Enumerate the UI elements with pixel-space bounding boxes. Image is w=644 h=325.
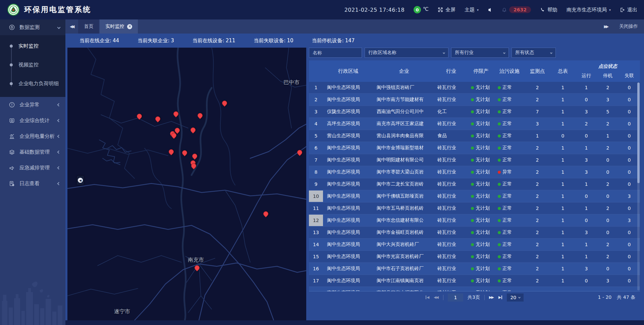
map-pin-icon[interactable] (190, 126, 197, 133)
map-pin-icon[interactable] (221, 100, 228, 107)
page-number-input[interactable]: 1 (448, 293, 463, 302)
table-row[interactable]: 16阆中生态环境局阆中市石子页岩机砖厂砖瓦行业无计划正常21300 (309, 263, 640, 275)
stat-item: 当前停机设备:147 (312, 38, 355, 44)
tab-home[interactable]: 首页 (78, 19, 99, 34)
map-pin-icon[interactable] (172, 110, 179, 117)
cell-region: 阆中生态环境局 (323, 181, 373, 187)
table-row[interactable]: 14阆中生态环境局阆中大兴页岩机砖厂砖瓦行业无计划正常21120 (309, 239, 640, 251)
sidebar-item-3[interactable]: 企业用电量分析 (0, 128, 65, 144)
scroll-tabs-left-button[interactable]: ◀◀ (65, 24, 78, 29)
table-row[interactable]: 2阆中生态环境局阆中市南方节能建材有砖瓦行业无计划正常21030 (309, 94, 640, 106)
table-row[interactable]: 1阆中生态环境局阆中强锐页岩砖厂砖瓦行业无计划正常21120 (309, 82, 640, 94)
close-tab-icon[interactable]: × (127, 24, 132, 29)
map-pin-icon[interactable] (194, 264, 201, 271)
map-panel[interactable]: 巴中市南充市遂宁市 ◀ (67, 48, 306, 320)
cell-lost: 0 (619, 169, 640, 175)
table-row[interactable]: 11阆中生态环境局阆中市五马桥页岩机砖砖瓦行业无计划正常21120 (309, 203, 640, 215)
row-index: 11 (309, 203, 323, 214)
next-page-button[interactable]: ▶▶ (489, 295, 494, 299)
notifications[interactable]: 2632 (502, 6, 531, 13)
map-pin-icon[interactable] (262, 210, 269, 217)
sidebar-subitem-1[interactable]: 视频监控 (0, 55, 65, 74)
sidebar-item-4[interactable]: 基础数据管理 (0, 144, 65, 160)
cell-facility-status: 正常 (494, 97, 525, 103)
first-page-button[interactable]: ◀ (425, 295, 429, 299)
sidebar-subitem-label: 实时监控 (18, 43, 39, 49)
help-button[interactable]: 帮助 (540, 7, 557, 13)
cell-facility-status: 正常 (494, 133, 525, 139)
map-pin-icon[interactable] (136, 113, 143, 120)
industry-select[interactable]: 所有行业 (451, 48, 509, 58)
green-dot-icon (498, 255, 501, 258)
cell-company: 阆中市金博瑞新型墙材 (373, 145, 435, 151)
table-row[interactable]: 13阆中生态环境局阆中市金福旺页岩机砖砖瓦行业无计划正常21300 (309, 227, 640, 239)
prev-page-button[interactable]: ◀◀ (434, 295, 439, 299)
mute-button[interactable] (488, 7, 493, 12)
row-index: 15 (309, 251, 323, 262)
sidebar-section: 基础数据管理 (0, 144, 65, 160)
cell-run: 3 (576, 169, 597, 175)
scroll-tabs-right-button[interactable]: ▶▶ (600, 24, 612, 29)
green-dot-icon (498, 134, 501, 138)
table-row[interactable]: 3仪陇生态环境局西南油气田分公司川中化工无计划正常71350 (309, 106, 640, 118)
status-select[interactable]: 所有状态 (512, 48, 556, 58)
close-operations-button[interactable]: 关闭操作 (619, 23, 638, 30)
cell-stop: 1 (597, 133, 619, 139)
green-dot-icon (498, 147, 501, 150)
cell-facility-status: 正常 (494, 278, 525, 284)
row-index: 7 (309, 154, 323, 166)
cell-plan-status: 无计划 (468, 109, 494, 115)
table-row[interactable]: 15阆中生态环境局阆中市光富页岩机砖厂砖瓦行业无计划正常21120 (309, 251, 640, 263)
sidebar-item-0[interactable]: 数据监测 (0, 19, 65, 35)
map-pin-icon[interactable] (296, 149, 303, 156)
table-row[interactable]: 12阆中生态环境局阆中市忠信建材有限公砖瓦行业无计划正常21003 (309, 215, 640, 227)
company-table: 行政区域企业行业停限产治污设施监测点总表点位状态运行停机失联 1阆中生态环境局阆… (309, 60, 640, 303)
sidebar-subitem-2[interactable]: 企业电力负荷明细 (0, 74, 65, 93)
map-pin-icon[interactable] (181, 149, 188, 156)
region-select[interactable]: 行政区域名称 (365, 48, 448, 58)
map-pin-icon[interactable] (197, 112, 204, 119)
table-row[interactable]: 10阆中生态环境局阆中千佛镇五郎垭页岩砖瓦行业无计划正常21003 (309, 191, 640, 203)
table-row[interactable]: 4高坪生态环境局南充市高坪区王家店建砖瓦行业无计划正常31220 (309, 118, 640, 130)
map-pin-icon[interactable] (168, 148, 175, 155)
theme-dropdown[interactable]: 主题▾ (465, 7, 479, 13)
page-size-select[interactable]: 20 (507, 293, 524, 302)
sidebar-item-2[interactable]: 企业综合统计 (0, 113, 65, 128)
fullscreen-button[interactable]: 全屏 (438, 7, 455, 13)
red-dot-icon (498, 171, 501, 174)
table-row[interactable]: 9阆中生态环境局阆中市二龙长宝页岩砖砖瓦行业无计划正常21120 (309, 178, 640, 191)
sidebar-item-1[interactable]: 企业异常 (0, 97, 65, 113)
name-search-input[interactable] (309, 48, 362, 58)
cell-points: 2 (525, 278, 550, 283)
cell-region: 阆中生态环境局 (323, 229, 373, 235)
tab-realtime-monitor[interactable]: 实时监控 × (100, 19, 138, 34)
stat-value: 211 (226, 38, 235, 44)
cell-company: 阆中市五马桥页岩机砖 (373, 205, 435, 211)
sidebar-item-5[interactable]: 应急减排管理 (0, 160, 65, 176)
sidebar-item-6[interactable]: 日志查看 (0, 176, 65, 192)
table-row[interactable]: 6阆中生态环境局阆中市金博瑞新型墙材砖瓦行业无计划正常21120 (309, 142, 640, 154)
map-collapse-button[interactable]: ◀ (77, 176, 84, 185)
base-data-icon (9, 149, 15, 155)
cell-facility-status: 正常 (494, 266, 525, 272)
collapse-left-icon: ◀ (78, 178, 83, 183)
cell-facility-status: 正常 (494, 181, 525, 187)
table-row[interactable]: 18南部生态环境局南部县砌华水泥有限公建材加工无计划正常50050 (309, 287, 640, 291)
table-row[interactable]: 8阆中生态环境局阆中市枣碧大梁山页岩砖瓦行业无计划异常21300 (309, 166, 640, 178)
logout-button[interactable]: 退出 (620, 7, 637, 13)
cell-lost: 0 (619, 109, 640, 114)
table-row[interactable]: 17阆中生态环境局阆中市江南镇阆南页岩砖瓦行业无计划正常21030 (309, 275, 640, 287)
cell-region: 阆中生态环境局 (323, 169, 373, 175)
table-row[interactable]: 7阆中生态环境局阆中明阳建材有限公司砖瓦行业无计划正常21300 (309, 154, 640, 166)
sidebar-subitem-0[interactable]: 实时监控 (0, 37, 65, 55)
map-pin-icon[interactable] (154, 115, 161, 122)
chevron-down-icon (550, 51, 552, 54)
chevron-left-icon (57, 166, 61, 170)
map-pin-icon[interactable] (191, 153, 198, 160)
org-dropdown[interactable]: 南充市生态环境局▾ (567, 7, 611, 13)
cell-stop: 5 (597, 109, 619, 114)
sidebar-item-label: 基础数据管理 (19, 149, 50, 155)
last-page-button[interactable]: ▶ (498, 295, 502, 299)
table-scrollbar[interactable] (637, 83, 640, 290)
table-row[interactable]: 5营山生态环境局营山县润丰肉食品有限食品无计划正常10010 (309, 130, 640, 142)
